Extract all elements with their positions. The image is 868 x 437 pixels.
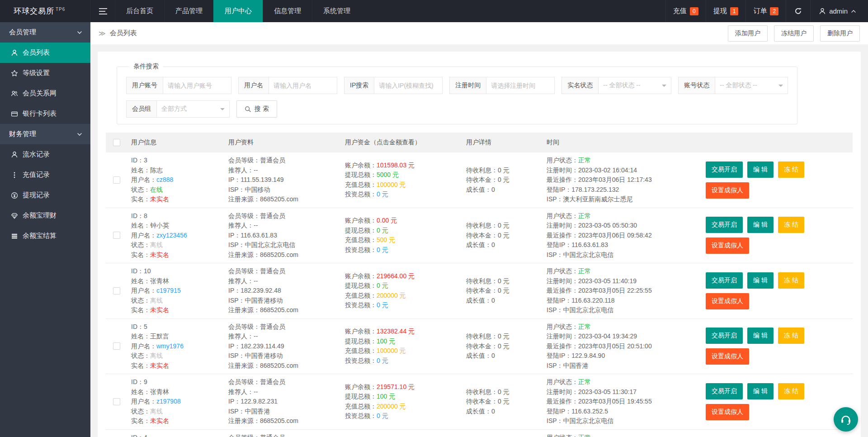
topnav-item[interactable]: 系统管理 bbox=[312, 0, 361, 22]
topnav-item[interactable]: 后台首页 bbox=[115, 0, 164, 22]
topnav-item[interactable]: 用户中心 bbox=[213, 0, 263, 22]
recharge-total[interactable]: 200000 元 bbox=[377, 292, 406, 299]
recharge-total[interactable]: 100000 元 bbox=[377, 347, 406, 354]
row-actions-cell: 交易开启 编 辑 冻 结 设置成假人 bbox=[702, 377, 853, 426]
search-icon bbox=[245, 106, 251, 113]
topnav-item[interactable]: 产品管理 bbox=[164, 0, 213, 22]
search-select[interactable]: 全部方式 bbox=[156, 100, 230, 118]
withdraw-total[interactable]: 100 元 bbox=[377, 337, 395, 345]
freeze-button[interactable]: 冻 结 bbox=[778, 272, 804, 289]
set-fake-button[interactable]: 设置成假人 bbox=[706, 182, 749, 199]
quick-counter-item[interactable]: 提现 1 bbox=[706, 0, 746, 22]
edit-button[interactable]: 编 辑 bbox=[747, 383, 774, 399]
edit-button[interactable]: 编 辑 bbox=[747, 272, 774, 289]
search-row-2: 会员组 全部方式 搜 索 bbox=[126, 100, 788, 118]
sidebar-entry[interactable]: 财务管理 bbox=[0, 124, 90, 144]
sidebar-entry[interactable]: 银行卡列表 bbox=[0, 104, 90, 124]
search-row-1: 用户账号 用户名 bbox=[126, 77, 788, 94]
table-row: ID：10 姓名：张青林 用户名：c197915 状态：离线 实名：未实名 会员… bbox=[106, 263, 853, 319]
search-select[interactable]: -- 全部状态 -- bbox=[715, 77, 788, 94]
register-ip: 122.9.82.231 bbox=[241, 398, 278, 405]
freeze-button[interactable]: 冻 结 bbox=[778, 383, 804, 399]
caret-down-icon bbox=[662, 85, 666, 89]
recharge-total[interactable]: 500 元 bbox=[377, 236, 395, 243]
topnav-item[interactable]: 信息管理 bbox=[263, 0, 312, 22]
sidebar-entry[interactable]: 提现记录 bbox=[0, 185, 90, 205]
withdraw-total[interactable]: 0 元 bbox=[377, 227, 388, 234]
header-action-button[interactable]: 删除用户 bbox=[820, 25, 860, 42]
withdraw-total[interactable]: 5000 元 bbox=[377, 171, 399, 178]
hamburger-menu-icon[interactable] bbox=[90, 0, 115, 22]
edit-button[interactable]: 编 辑 bbox=[747, 328, 774, 344]
username-link[interactable]: c197915 bbox=[156, 287, 181, 294]
trade-toggle-button[interactable]: 交易开启 bbox=[706, 217, 743, 233]
search-input[interactable] bbox=[486, 77, 555, 94]
row-checkbox[interactable] bbox=[113, 176, 120, 184]
balance-amount[interactable]: 219571.10 元 bbox=[377, 383, 415, 390]
username-link[interactable]: cz888 bbox=[156, 176, 173, 183]
edit-button[interactable]: 编 辑 bbox=[747, 162, 774, 178]
invest-total[interactable]: 0 元 bbox=[377, 412, 388, 419]
withdraw-total[interactable]: 0 元 bbox=[377, 282, 388, 289]
search-input[interactable] bbox=[269, 77, 337, 94]
set-fake-button[interactable]: 设置成假人 bbox=[706, 293, 749, 309]
username-link[interactable]: z197908 bbox=[156, 398, 181, 405]
pending-interest: 0 元 bbox=[498, 388, 509, 395]
balance-amount[interactable]: 132382.44 元 bbox=[377, 328, 415, 335]
username-link[interactable]: wmy1976 bbox=[156, 342, 184, 350]
floating-service-button[interactable] bbox=[834, 407, 858, 432]
recharge-total[interactable]: 200000 元 bbox=[377, 403, 406, 410]
row-checkbox[interactable] bbox=[113, 398, 120, 405]
set-fake-button[interactable]: 设置成假人 bbox=[706, 348, 749, 365]
sidebar-item-icon bbox=[11, 212, 18, 219]
search-input[interactable] bbox=[374, 77, 443, 94]
freeze-button[interactable]: 冻 结 bbox=[778, 217, 804, 233]
topbar-right: 充值 0 提现 1 订单 2 bbox=[665, 0, 868, 22]
trade-toggle-button[interactable]: 交易开启 bbox=[706, 328, 743, 344]
sidebar-entry[interactable]: 会员管理 bbox=[0, 22, 90, 43]
balance-amount[interactable]: 0.00 元 bbox=[377, 217, 397, 224]
header-action-button[interactable]: 添加用户 bbox=[728, 25, 768, 42]
search-select[interactable]: -- 全部状态 -- bbox=[598, 77, 671, 94]
username-link[interactable]: zxy123456 bbox=[156, 232, 187, 239]
sidebar-entry[interactable]: 会员关系网 bbox=[0, 83, 90, 104]
trade-toggle-button[interactable]: 交易开启 bbox=[706, 383, 743, 399]
quick-counter-item[interactable]: 订单 2 bbox=[745, 0, 786, 22]
header-action-button[interactable]: 冻结用户 bbox=[774, 25, 814, 42]
sidebar-entry[interactable]: 流水记录 bbox=[0, 144, 90, 165]
freeze-button[interactable]: 冻 结 bbox=[778, 328, 804, 344]
invest-total[interactable]: 0 元 bbox=[377, 357, 388, 364]
sidebar-entry[interactable]: 会员列表 bbox=[0, 43, 90, 63]
refresh-button[interactable] bbox=[786, 0, 810, 22]
sidebar-item-icon bbox=[11, 171, 18, 179]
row-actions-cell: 交易开启 编 辑 冻 结 设置成假人 bbox=[702, 211, 853, 260]
row-checkbox[interactable] bbox=[113, 287, 120, 294]
balance-amount[interactable]: 219664.00 元 bbox=[377, 272, 415, 280]
invest-total[interactable]: 0 元 bbox=[377, 301, 388, 309]
balance-amount[interactable]: 101598.03 元 bbox=[377, 162, 415, 169]
row-checkbox[interactable] bbox=[113, 232, 120, 239]
sidebar-entry[interactable]: 余额宝理财 bbox=[0, 205, 90, 226]
row-checkbox[interactable] bbox=[113, 342, 120, 350]
sidebar-entry[interactable]: 余额宝结算 bbox=[0, 226, 90, 246]
invest-total[interactable]: 0 元 bbox=[377, 190, 388, 198]
invest-total[interactable]: 0 元 bbox=[377, 246, 388, 253]
withdraw-total[interactable]: 100 元 bbox=[377, 393, 395, 400]
sidebar-entry[interactable]: 等级设置 bbox=[0, 63, 90, 83]
search-input[interactable] bbox=[163, 77, 231, 94]
search-button[interactable]: 搜 索 bbox=[236, 100, 277, 118]
register-isp: 中国香港移动 bbox=[245, 352, 283, 359]
trade-toggle-button[interactable]: 交易开启 bbox=[706, 272, 743, 289]
sidebar-entry[interactable]: 充值记录 bbox=[0, 165, 90, 185]
quick-counter-item[interactable]: 充值 0 bbox=[665, 0, 706, 22]
set-fake-button[interactable]: 设置成假人 bbox=[706, 238, 749, 254]
trade-toggle-button[interactable]: 交易开启 bbox=[706, 162, 743, 178]
user-realname-text: 张青林 bbox=[150, 277, 169, 285]
online-state: 在线 bbox=[150, 186, 163, 193]
edit-button[interactable]: 编 辑 bbox=[747, 217, 774, 233]
freeze-button[interactable]: 冻 结 bbox=[778, 162, 804, 178]
recharge-total[interactable]: 100000 元 bbox=[377, 181, 406, 188]
user-menu[interactable]: admin bbox=[810, 0, 868, 22]
set-fake-button[interactable]: 设置成假人 bbox=[706, 404, 749, 420]
select-all-checkbox[interactable] bbox=[113, 139, 120, 146]
